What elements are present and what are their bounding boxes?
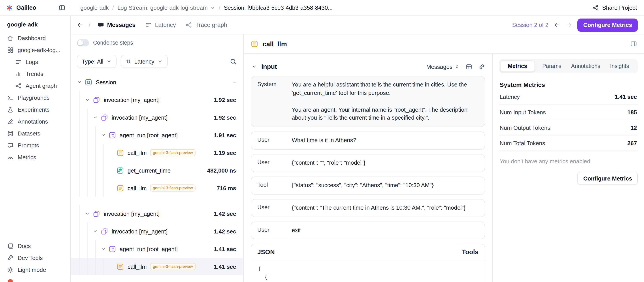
sidebar-toggle-icon[interactable] bbox=[59, 4, 65, 11]
input-section-header: Input Messages bbox=[251, 59, 485, 74]
sidebar-item-prompts[interactable]: Prompts bbox=[4, 140, 66, 151]
agent-graph-icon bbox=[15, 82, 22, 89]
chevron-down-icon bbox=[84, 97, 91, 102]
docs-icon bbox=[7, 243, 14, 249]
sidebar-item-google-adk-log[interactable]: google-adk-log... bbox=[4, 44, 66, 56]
view-header: / MessagesLatencyTrace graph Session 2 o… bbox=[70, 16, 644, 34]
sidebar-item-playgrounds[interactable]: Playgrounds bbox=[4, 92, 66, 104]
condense-steps-row: Condense steps bbox=[70, 34, 243, 51]
sidebar-item-logs[interactable]: Logs bbox=[12, 56, 66, 68]
brand-area: Galileo bbox=[0, 4, 70, 11]
tab-metrics[interactable]: Metrics bbox=[500, 60, 535, 72]
sidebar-item-metrics[interactable]: Metrics bbox=[4, 151, 66, 163]
json-view-label: JSON bbox=[257, 249, 275, 256]
table-view-icon[interactable] bbox=[466, 63, 472, 70]
header-right: Session 2 of 2 Configure Metrics bbox=[512, 18, 638, 32]
message-card-user: UserWhat time is it in Athens? bbox=[251, 132, 485, 150]
chevron-down-icon bbox=[210, 5, 215, 10]
galileo-logo-icon bbox=[6, 4, 13, 11]
experiments-icon bbox=[7, 106, 14, 113]
sort-filter-dropdown[interactable]: Latency bbox=[121, 55, 168, 68]
tab-trace-graph[interactable]: Trace graph bbox=[186, 22, 227, 28]
main-area: / MessagesLatencyTrace graph Session 2 o… bbox=[70, 16, 644, 282]
breadcrumb-project[interactable]: google-adk bbox=[80, 4, 109, 11]
sidebar-item-datasets[interactable]: Datasets bbox=[4, 128, 66, 140]
prompts-icon bbox=[7, 142, 14, 149]
sidebar-item-experiments[interactable]: Experiments bbox=[4, 104, 66, 116]
llm-node-icon bbox=[116, 149, 124, 156]
message-card-user: Userexit bbox=[251, 221, 485, 240]
message-card-tool: Tool{"status": "success", "city": "Athen… bbox=[251, 176, 485, 194]
sidebar-item-dashboard[interactable]: Dashboard bbox=[4, 32, 66, 44]
invocation-node-icon bbox=[93, 96, 100, 104]
link-icon[interactable] bbox=[478, 63, 485, 70]
trace-node-call-llm[interactable]: call_llmgemini-3-flash-preview1.19 sec bbox=[70, 144, 243, 162]
brand-name: Galileo bbox=[16, 4, 36, 11]
collapse-panel-icon[interactable] bbox=[630, 40, 637, 47]
trace-node-invocation-my-agent[interactable]: invocation [my_agent]1.92 sec bbox=[70, 91, 243, 108]
message-view-selector[interactable]: Messages bbox=[426, 63, 460, 70]
detail-panel: call_llm Input Messages bbox=[244, 34, 644, 282]
tab-messages[interactable]: Messages bbox=[97, 22, 136, 28]
trace-node-session[interactable]: Session– bbox=[70, 73, 243, 91]
sidebar-item-annotations[interactable]: Annotations bbox=[4, 116, 66, 128]
detail-body: Input Messages Syst bbox=[244, 54, 644, 282]
body-row: google-adk Dashboardgoogle-adk-log...Log… bbox=[0, 16, 644, 282]
graph-icon bbox=[186, 22, 192, 28]
breadcrumb-separator: / bbox=[219, 4, 220, 11]
sidebar-item-dev-tools[interactable]: Dev Tools bbox=[4, 252, 66, 264]
sidebar-item-light-mode[interactable]: Light mode bbox=[4, 264, 66, 276]
trace-node-get-current-time[interactable]: get_current_time482,000 ns bbox=[70, 162, 243, 179]
sidebar-item-agent-graph[interactable]: Agent graph bbox=[12, 80, 66, 92]
sidebar-nav: Dashboardgoogle-adk-log...LogsTrendsAgen… bbox=[4, 32, 66, 163]
trace-node-invocation-my-agent[interactable]: invocation [my_agent]1.92 sec bbox=[70, 108, 243, 126]
share-project-button[interactable]: Share Project bbox=[585, 4, 644, 11]
sidebar-item-trends[interactable]: Trends bbox=[12, 68, 66, 80]
breadcrumb-log-stream[interactable]: Log Stream: google-adk-log-stream bbox=[118, 4, 215, 11]
collapse-input-icon[interactable] bbox=[251, 64, 258, 69]
back-button[interactable] bbox=[77, 22, 84, 28]
path-separator: / bbox=[89, 22, 90, 28]
search-button[interactable] bbox=[230, 58, 237, 65]
duration-label: 1.42 sec bbox=[214, 228, 236, 234]
invocation-node-icon bbox=[93, 210, 100, 217]
input-section-title: Input bbox=[261, 63, 277, 70]
duration-label: 716 ms bbox=[217, 185, 236, 191]
breadcrumb-session[interactable]: Session: f9bbfca3-5ce3-4db3-a358-8430... bbox=[224, 4, 332, 11]
previous-session-button[interactable] bbox=[554, 22, 560, 28]
logs-icon bbox=[15, 59, 22, 65]
session-pagination-label: Session 2 of 2 bbox=[512, 22, 548, 28]
content-row: Condense steps Type: All Latency bbox=[70, 34, 644, 282]
select-updown-icon bbox=[455, 64, 460, 69]
next-session-button[interactable] bbox=[566, 22, 572, 28]
metric-row-latency: Latency1.41 sec bbox=[499, 89, 638, 104]
message-card-user: User{"content": "The current time in Ath… bbox=[251, 199, 485, 217]
trace-node-invocation-my-agent[interactable]: invocation [my_agent]1.42 sec bbox=[70, 205, 243, 222]
filter-row: Type: All Latency bbox=[70, 51, 243, 72]
trace-node-agent-run-root-agent[interactable]: agent_run [root_agent]1.41 sec bbox=[70, 240, 243, 258]
configure-metrics-button[interactable]: Configure Metrics bbox=[578, 18, 638, 32]
trace-node-call-llm[interactable]: call_llmgemini-3-flash-preview1.41 sec bbox=[70, 258, 243, 276]
condense-steps-toggle[interactable] bbox=[77, 39, 89, 46]
tab-insights[interactable]: Insights bbox=[603, 60, 637, 72]
sidebar-item-account[interactable] bbox=[4, 276, 66, 282]
trace-node-invocation-my-agent[interactable]: invocation [my_agent]1.42 sec bbox=[70, 222, 243, 240]
trace-node-call-llm[interactable]: call_llmgemini-3-flash-preview716 ms bbox=[70, 179, 243, 197]
sidebar-item-docs[interactable]: Docs bbox=[4, 240, 66, 252]
invocation-node-icon bbox=[101, 114, 108, 121]
trace-node-agent-run-root-agent[interactable]: agent_run [root_agent]1.91 sec bbox=[70, 126, 243, 144]
avatar-icon bbox=[7, 278, 14, 282]
chevron-down-icon bbox=[92, 115, 99, 120]
configure-metrics-secondary-button[interactable]: Configure Metrics bbox=[578, 172, 638, 185]
tab-params[interactable]: Params bbox=[535, 60, 569, 72]
metrics-empty-text: You don't have any metrics enabled. bbox=[500, 158, 637, 164]
tab-latency[interactable]: Latency bbox=[145, 22, 176, 28]
type-filter-dropdown[interactable]: Type: All bbox=[77, 55, 116, 68]
app-root: Galileo google-adk / Log Stream: google-… bbox=[0, 0, 644, 282]
lightmode-icon bbox=[7, 266, 14, 273]
detail-title: call_llm bbox=[263, 40, 287, 48]
metrics-tabs: MetricsParamsAnnotationsInsights bbox=[499, 59, 638, 73]
chevron-down-icon bbox=[106, 59, 112, 64]
tab-annotations[interactable]: Annotations bbox=[569, 60, 603, 72]
home-icon bbox=[7, 35, 14, 42]
